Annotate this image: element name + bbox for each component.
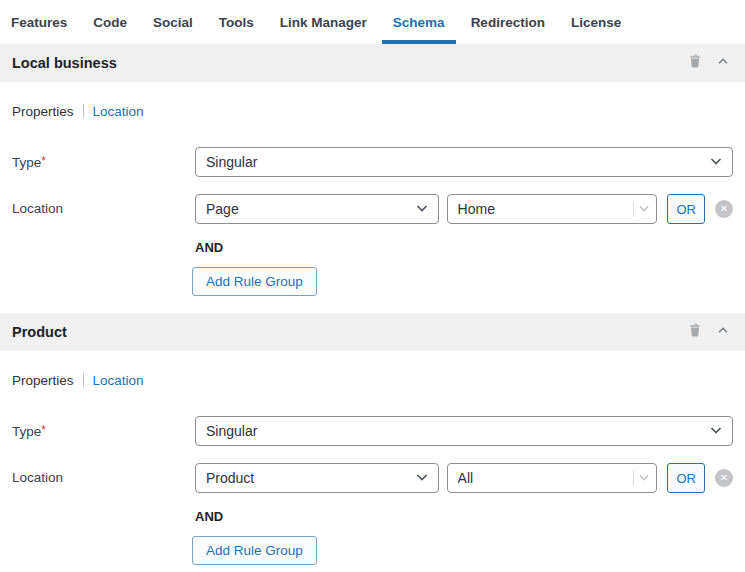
schema-subtabs: Properties Location	[12, 372, 733, 388]
location-row: Location Page Home OR ✕	[12, 194, 733, 224]
tab-schema[interactable]: Schema	[382, 0, 456, 44]
schema-section-product: Product Properties Location Type* Singul…	[0, 313, 745, 565]
and-operator-label: AND	[195, 509, 733, 523]
subtab-divider	[83, 373, 84, 387]
location-row: Location Product All OR ✕	[12, 463, 733, 493]
tab-link-manager[interactable]: Link Manager	[269, 0, 378, 44]
and-operator-label: AND	[195, 240, 733, 254]
or-rule-button[interactable]: OR	[667, 463, 705, 493]
collapse-section-button[interactable]	[713, 53, 733, 73]
section-title: Product	[12, 324, 67, 340]
subtab-location[interactable]: Location	[93, 104, 144, 119]
type-select[interactable]: Singular	[195, 416, 733, 446]
tab-license[interactable]: License	[560, 0, 632, 44]
location-label: Location	[12, 194, 195, 216]
trash-icon	[687, 322, 703, 342]
location-target-select[interactable]: All	[447, 463, 658, 493]
collapse-section-button[interactable]	[713, 322, 733, 342]
required-asterisk: *	[41, 154, 46, 168]
location-condition-select[interactable]: Page	[195, 194, 439, 224]
add-rule-group-button[interactable]: Add Rule Group	[192, 267, 317, 296]
chevron-down-icon	[636, 469, 652, 488]
section-body: Properties Location Type* Singular Locat…	[0, 372, 745, 565]
type-label: Type*	[12, 147, 195, 170]
location-target-value: Home	[458, 201, 634, 217]
type-select-value: Singular	[206, 423, 708, 439]
dismiss-icon[interactable]: ✕	[715, 200, 733, 218]
chevron-down-icon	[414, 200, 430, 219]
chevron-down-icon	[636, 200, 652, 219]
subtab-properties[interactable]: Properties	[12, 104, 74, 119]
add-rule-group-button[interactable]: Add Rule Group	[192, 536, 317, 565]
section-gap	[0, 296, 745, 313]
location-target-select[interactable]: Home	[447, 194, 658, 224]
location-condition-value: Page	[206, 201, 414, 217]
subtab-divider	[83, 104, 84, 118]
required-asterisk: *	[41, 423, 46, 437]
tab-redirection[interactable]: Redirection	[460, 0, 556, 44]
section-header-product[interactable]: Product	[0, 313, 745, 351]
location-condition-value: Product	[206, 470, 414, 486]
delete-schema-button[interactable]	[685, 53, 705, 73]
type-row: Type* Singular	[12, 147, 733, 177]
select-divider	[633, 470, 634, 486]
location-condition-select[interactable]: Product	[195, 463, 439, 493]
type-select-value: Singular	[206, 154, 708, 170]
subtab-properties[interactable]: Properties	[12, 373, 74, 388]
section-header-local-business[interactable]: Local business	[0, 44, 745, 82]
section-body: Properties Location Type* Singular Locat…	[0, 103, 745, 296]
type-row: Type* Singular	[12, 416, 733, 446]
top-nav: Features Code Social Tools Link Manager …	[0, 0, 745, 44]
chevron-up-icon	[716, 323, 730, 341]
tab-social[interactable]: Social	[142, 0, 204, 44]
chevron-down-icon	[414, 469, 430, 488]
tab-code[interactable]: Code	[82, 0, 138, 44]
delete-schema-button[interactable]	[685, 322, 705, 342]
section-title: Local business	[12, 55, 117, 71]
or-rule-button[interactable]: OR	[667, 194, 705, 224]
location-target-value: All	[458, 470, 634, 486]
chevron-down-icon	[708, 422, 724, 441]
type-select[interactable]: Singular	[195, 147, 733, 177]
schema-section-local-business: Local business Properties Location Type*…	[0, 44, 745, 296]
dismiss-icon[interactable]: ✕	[715, 469, 733, 487]
location-label: Location	[12, 463, 195, 485]
trash-icon	[687, 53, 703, 73]
tab-features[interactable]: Features	[0, 0, 78, 44]
subtab-location[interactable]: Location	[93, 373, 144, 388]
select-divider	[633, 201, 634, 217]
chevron-down-icon	[708, 153, 724, 172]
chevron-up-icon	[716, 54, 730, 72]
schema-subtabs: Properties Location	[12, 103, 733, 119]
type-label: Type*	[12, 416, 195, 439]
tab-tools[interactable]: Tools	[208, 0, 265, 44]
